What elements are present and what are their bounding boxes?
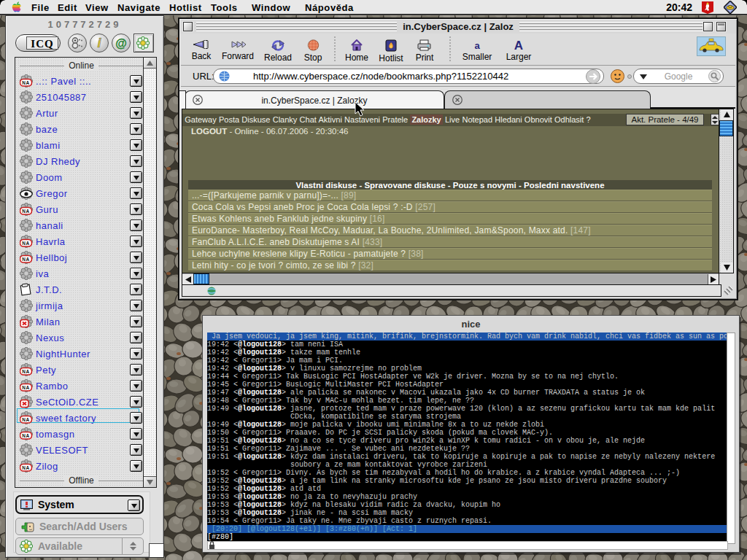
- svg-text:i: i: [97, 36, 101, 50]
- svg-text:a: a: [474, 40, 480, 50]
- svg-text:A: A: [514, 39, 523, 50]
- svg-text:@: @: [115, 37, 127, 50]
